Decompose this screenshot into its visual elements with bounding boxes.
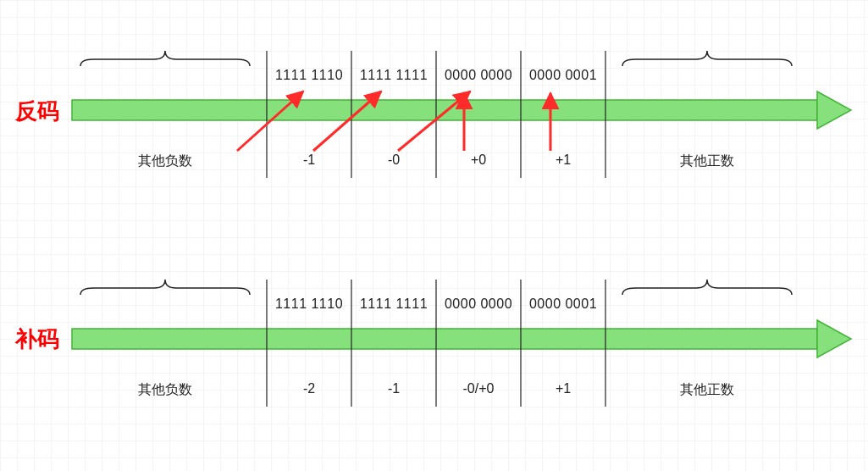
svg-rect-12 bbox=[72, 329, 817, 349]
brace-row2-left bbox=[80, 280, 250, 295]
svg-marker-1 bbox=[817, 91, 851, 129]
svg-marker-13 bbox=[817, 320, 851, 357]
diagram-svg bbox=[0, 0, 868, 471]
arrow-bar-row2 bbox=[72, 320, 851, 357]
brace-row1-right bbox=[622, 51, 792, 66]
svg-rect-0 bbox=[72, 100, 817, 120]
brace-row1-left bbox=[80, 51, 250, 66]
brace-row2-right bbox=[622, 280, 792, 295]
